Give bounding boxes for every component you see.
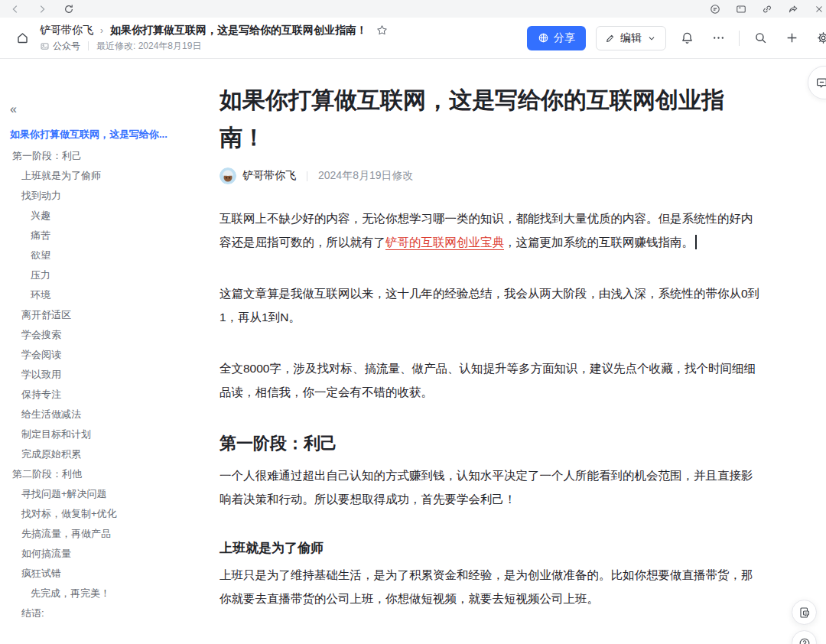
browser-bar — [0, 0, 826, 18]
paragraph: 这篇文章算是我做互联网以来，这十几年的经验总结，我会从两大阶段，由浅入深，系统性… — [220, 281, 764, 329]
doc-comments-button[interactable] — [792, 600, 817, 625]
actions-divider — [739, 31, 740, 46]
toc-item[interactable]: 第一阶段：利己 — [0, 146, 208, 166]
help-button[interactable] — [792, 630, 817, 644]
toc-item[interactable]: 压力 — [0, 265, 208, 285]
toc-item[interactable]: 学会阅读 — [0, 345, 208, 365]
author-name[interactable]: 铲哥带你飞 — [242, 169, 296, 183]
toc-active-doc-title[interactable]: 如果你打算做互联网，这是写给你... — [0, 128, 208, 141]
toc-item[interactable]: 兴趣 — [0, 206, 208, 226]
share-forward-icon[interactable] — [787, 3, 798, 15]
toc-list: 第一阶段：利己上班就是为了偷师找到动力兴趣痛苦欲望压力环境离开舒适区学会搜索学会… — [0, 146, 208, 623]
paragraph: 全文8000字，涉及找对标、搞流量、做产品、认知提升等多方面知识，建议先点个收藏… — [220, 356, 764, 404]
author-avatar — [220, 168, 236, 184]
share-button-label: 分享 — [554, 31, 575, 45]
page-title: 如果你打算做互联网，这是写给你的互联网创业指南！ — [220, 81, 764, 156]
toc-item[interactable]: 寻找问题+解决问题 — [0, 484, 208, 504]
author-row: 铲哥带你飞 2024年8月19日修改 — [220, 168, 764, 184]
section-heading: 第一阶段：利己 — [220, 431, 764, 456]
doc-content: 如果你打算做互联网，这是写给你的互联网创业指南！ 铲哥带你飞 2024年8月19… — [220, 59, 764, 644]
paragraph: 一个人很难通过超出自己认知的方式赚到钱，认知水平决定了一个人所能看到的机会范围，… — [220, 463, 764, 511]
question-mark-icon — [798, 637, 811, 644]
text-run: 这篇文章算是我做互联网以来，这十几年的经验总结，我会从两大阶段，由浅入深，系统性… — [220, 287, 759, 324]
back-icon[interactable] — [9, 3, 21, 15]
article-body: 互联网上不缺少好的内容，无论你想学习哪一类的知识，都能找到大量优质的内容。但是系… — [220, 207, 764, 644]
toc-item[interactable]: 上班就是为了偷师 — [0, 166, 208, 186]
toc-item[interactable]: 完成原始积累 — [0, 444, 208, 464]
toc-item[interactable]: 结语: — [0, 603, 208, 623]
share-button[interactable]: 分享 — [527, 26, 586, 50]
paragraph: 把自己定位成创业者，而不是打工者，你的心态会发生很大的变化，你看问题的视角也会发… — [220, 638, 764, 644]
text-caret — [695, 235, 697, 249]
toc-item[interactable]: 离开舒适区 — [0, 305, 208, 325]
toc-item[interactable]: 先搞流量，再做产品 — [0, 524, 208, 544]
forward-icon[interactable] — [36, 3, 47, 15]
toc-item[interactable]: 保持专注 — [0, 385, 208, 405]
toc-item[interactable]: 如何搞流量 — [0, 544, 208, 564]
doc-header: 铲哥带你飞 › 如果你打算做互联网，这是写给你的互联网创业指南！ 公众号 最近修… — [0, 18, 826, 59]
meta-divider — [88, 41, 89, 50]
last-modified-label: 最近修改: 2024年8月19日 — [96, 40, 201, 53]
breadcrumb: 铲哥带你飞 › 如果你打算做互联网，这是写给你的互联网创业指南！ 公众号 最近修… — [40, 24, 388, 53]
toc-item[interactable]: 疯狂试错 — [0, 564, 208, 584]
toc-item[interactable]: 给生活做减法 — [0, 405, 208, 424]
comment-bubble-icon — [815, 76, 826, 89]
edit-button[interactable]: 编辑 — [596, 26, 666, 50]
paragraph: 上班只是为了维持基础生活，是为了积累资金和经验，是为创业做准备的。比如你想要做直… — [220, 563, 764, 610]
header-actions: 分享 编辑 — [527, 26, 826, 50]
breadcrumb-workspace[interactable]: 铲哥带你飞 — [40, 24, 93, 37]
doc-comment-icon — [798, 607, 811, 619]
sidebar-collapse-icon[interactable]: « — [10, 103, 17, 115]
star-favorite-icon[interactable] — [376, 24, 388, 36]
text-run: 一个人很难通过超出自己认知的方式赚到钱，认知水平决定了一个人所能看到的机会范围，… — [220, 469, 753, 506]
reload-icon[interactable] — [63, 3, 74, 15]
toc-item[interactable]: 第二阶段：利他 — [0, 464, 208, 484]
sidebar-toc: « 如果你打算做互联网，这是写给你... 第一阶段：利己上班就是为了偷师找到动力… — [0, 59, 208, 644]
source-tag-icon — [40, 41, 50, 51]
toc-item[interactable]: 找到动力 — [0, 186, 208, 206]
red-link[interactable]: 铲哥的互联网创业宝典 — [385, 236, 504, 249]
home-icon[interactable] — [11, 27, 34, 50]
toc-item[interactable]: 学以致用 — [0, 365, 208, 385]
toc-item[interactable]: 学会搜索 — [0, 325, 208, 345]
text-run: 第一阶段：利己 — [220, 434, 337, 453]
chevron-down-icon — [646, 33, 657, 44]
breadcrumb-separator-icon: › — [100, 25, 103, 36]
toc-item[interactable]: 先完成，再完美！ — [0, 584, 208, 603]
section-heading: 上班就是为了偷师 — [220, 538, 764, 558]
text-run: 上班只是为了维持基础生活，是为了积累资金和经验，是为创业做准备的。比如你想要做直… — [220, 568, 753, 605]
text-run: 上班就是为了偷师 — [220, 541, 324, 555]
more-ellipsis-icon[interactable] — [707, 28, 729, 49]
notification-bell-icon[interactable] — [676, 28, 698, 49]
text-run: ，这篇更加系统的互联网赚钱指南。 — [504, 236, 694, 249]
link-icon[interactable] — [761, 3, 772, 15]
search-icon[interactable] — [750, 28, 771, 49]
paragraph: 互联网上不缺少好的内容，无论你想学习哪一类的知识，都能找到大量优质的内容。但是系… — [220, 207, 764, 254]
toc-item[interactable]: 环境 — [0, 285, 208, 305]
add-new-icon[interactable] — [781, 28, 802, 49]
window-panel-icon[interactable] — [735, 3, 746, 15]
toc-item[interactable]: 制定目标和计划 — [0, 424, 208, 444]
feedback-bubble-icon[interactable] — [709, 3, 720, 15]
toc-item[interactable]: 痛苦 — [0, 226, 208, 246]
toc-item[interactable]: 欲望 — [0, 246, 208, 265]
app-window: 铲哥带你飞 › 如果你打算做互联网，这是写给你的互联网创业指南！ 公众号 最近修… — [0, 0, 826, 644]
modified-date: 2024年8月19日修改 — [318, 169, 414, 183]
breadcrumb-doc-title: 如果你打算做互联网，这是写给你的互联网创业指南！ — [110, 24, 367, 37]
close-icon[interactable] — [813, 3, 824, 15]
source-tag-label: 公众号 — [53, 40, 80, 53]
edit-button-label: 编辑 — [620, 31, 642, 45]
comment-panel-button[interactable] — [808, 66, 826, 99]
author-divider — [307, 171, 307, 181]
toc-item[interactable]: 找对标，做复制+优化 — [0, 504, 208, 524]
settings-gear-icon[interactable] — [812, 28, 826, 49]
text-run: 全文8000字，涉及找对标、搞流量、做产品、认知提升等多方面知识，建议先点个收藏… — [220, 362, 756, 398]
